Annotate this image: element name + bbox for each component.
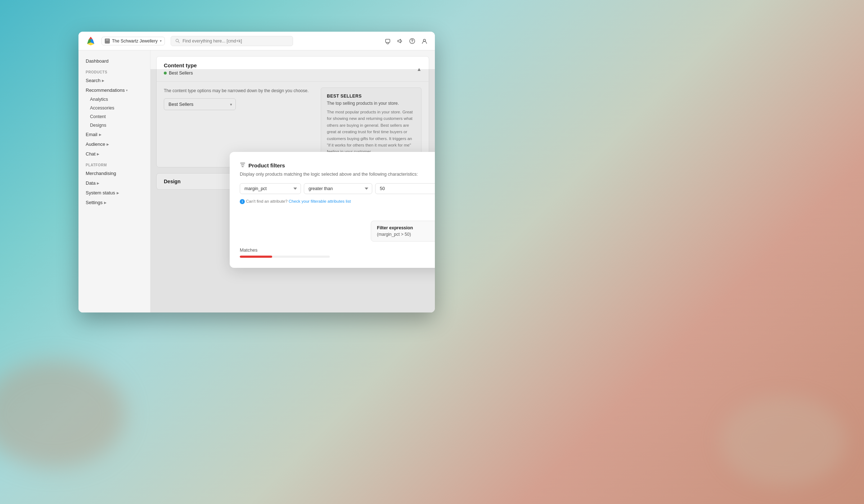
filterable-attributes-link[interactable]: Check your filterable attributes list [289,199,351,203]
svg-rect-8 [386,39,390,42]
progress-bar [240,256,330,258]
sidebar-item-content[interactable]: Content [78,112,150,121]
arrow-icon: ▶ [117,191,119,195]
arrow-icon: ▶ [104,201,107,204]
svg-rect-4 [105,40,109,43]
filter-hint: i Can't find an attribute? Check your fi… [240,199,351,204]
sidebar-label: System status [86,190,115,195]
svg-line-7 [178,41,179,42]
sidebar: Dashboard PRODUCTS Search ▶ Recommendati… [78,50,150,312]
search-bar[interactable] [171,36,293,46]
modal-title: Product filters [240,162,435,169]
sidebar-item-dashboard[interactable]: Dashboard [78,56,150,66]
modal-description: Display only products matching the logic… [240,172,435,177]
notification-icon[interactable] [384,38,391,44]
app-window: The Schwartz Jewellery ▾ [78,32,435,312]
search-input[interactable] [183,39,288,44]
arrow-icon: ▶ [97,181,99,185]
help-icon[interactable] [409,38,415,44]
search-icon [175,39,180,43]
sidebar-item-merchandising[interactable]: Merchandising [78,168,150,178]
hint-text: Can't find an attribute? [246,199,287,203]
filter-expression-section: Filter expression (margin_pct > 50) [240,221,435,242]
sidebar-item-search[interactable]: Search ▶ [78,76,150,85]
megaphone-icon[interactable] [397,38,403,44]
store-selector[interactable]: The Schwartz Jewellery ▾ [102,37,165,45]
sidebar-item-settings[interactable]: Settings ▶ [78,198,150,207]
app-logo [86,36,96,46]
sidebar-item-audience[interactable]: Audience ▶ [78,139,150,149]
filter-operator-select[interactable]: greater than less than equals contains n… [304,183,372,194]
arrow-icon: ▶ [102,79,104,82]
filter-row: margin_pct price stock_level category gr… [240,183,435,194]
sidebar-label: Data [86,180,95,186]
filter-attribute-select[interactable]: margin_pct price stock_level category [240,183,301,194]
user-icon[interactable] [421,38,428,44]
arrow-icon: ▾ [126,89,128,92]
sidebar-label: Recommendations [86,87,125,93]
arrow-icon: ▶ [107,143,109,146]
modal-title-text: Product filters [248,162,285,168]
filter-value-input[interactable] [375,183,435,194]
matches-label: Matches [240,247,257,253]
info-circle-icon: i [240,199,246,203]
store-name: The Schwartz Jewellery [112,39,158,44]
topbar: The Schwartz Jewellery ▾ [78,32,435,50]
filter-expression-card: Filter expression (margin_pct > 50) [371,221,435,242]
svg-rect-5 [106,39,109,41]
sidebar-label: Audience [86,141,105,147]
sidebar-label: Chat [86,151,95,157]
arrow-icon: ▶ [97,152,99,156]
sidebar-label: Email [86,132,98,137]
chevron-down-icon: ▾ [160,39,162,43]
sidebar-item-analytics[interactable]: Analytics [78,95,150,104]
sidebar-label: Dashboard [86,58,109,64]
filter-icon [240,162,246,169]
matches-section: Matches 1400 / 3902 [240,247,435,258]
sidebar-section-platform: PLATFORM [78,159,150,168]
store-icon [105,39,110,44]
svg-point-10 [412,42,413,43]
modal-overlay: Product filters Display only products ma… [150,69,435,312]
sidebar-label: Settings [86,200,103,205]
sidebar-item-recommendations[interactable]: Recommendations ▾ [78,85,150,95]
sidebar-item-designs[interactable]: Designs [78,121,150,130]
main-content: Content type Best Sellers ▲ The content … [150,50,435,312]
product-filters-modal: Product filters Display only products ma… [230,152,435,268]
sidebar-section-products: PRODUCTS [78,66,150,76]
sidebar-item-email[interactable]: Email ▶ [78,130,150,139]
filter-expression-title: Filter expression [377,225,435,230]
sidebar-label: Merchandising [86,171,116,176]
progress-bar-fill [240,256,272,258]
sidebar-item-system-status[interactable]: System status ▶ [78,188,150,198]
sidebar-item-chat[interactable]: Chat ▶ [78,149,150,159]
svg-point-11 [423,39,426,41]
sidebar-item-data[interactable]: Data ▶ [78,178,150,188]
sidebar-label: Search [86,78,100,83]
sidebar-item-accessories[interactable]: Accessories [78,104,150,112]
filter-expression-content: Filter expression (margin_pct > 50) [377,225,435,237]
topbar-icons [384,38,428,44]
arrow-icon: ▶ [99,133,102,136]
card-title: Content type [164,62,197,68]
filter-expression-value: (margin_pct > 50) [377,232,435,237]
